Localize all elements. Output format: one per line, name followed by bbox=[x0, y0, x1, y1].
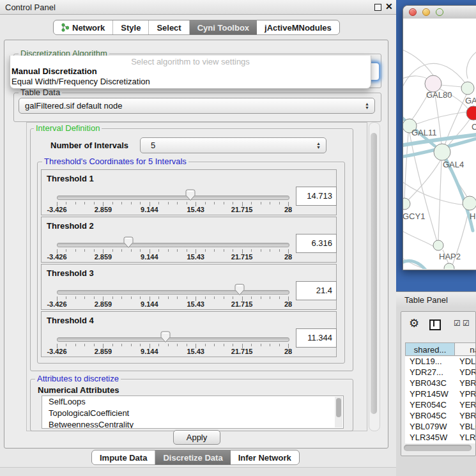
cell-name[interactable]: YDR2 bbox=[454, 367, 476, 378]
number-of-intervals-select[interactable]: 5 ▲▼ bbox=[140, 137, 326, 153]
cell-name[interactable]: YBL0 bbox=[454, 422, 476, 433]
table-row[interactable]: YBR045CYBR0 bbox=[405, 411, 476, 422]
scrollbar-thumb[interactable] bbox=[371, 133, 377, 414]
cell-name[interactable]: YBR0 bbox=[454, 378, 476, 389]
threshold-value-field[interactable]: 14.713 bbox=[296, 187, 337, 206]
minimize-traffic-light-icon[interactable] bbox=[422, 8, 430, 16]
settings-vertical-scrollbar[interactable] bbox=[369, 122, 380, 431]
table-row[interactable]: YPR145WYPR1 bbox=[405, 389, 476, 400]
right-pane: GAL80GACGAL11GAL4GCY1HHAP2 Table Panel ⚙… bbox=[396, 0, 476, 476]
checkbox-checked-icon[interactable]: ☑ bbox=[454, 319, 461, 328]
table-panel-title: Table Panel bbox=[404, 295, 448, 305]
tab-style[interactable]: Style bbox=[113, 20, 149, 35]
tab-impute-data[interactable]: Impute Data bbox=[92, 450, 155, 464]
cell-name[interactable]: YLR3 bbox=[454, 433, 476, 443]
cell-name[interactable]: YER0 bbox=[454, 400, 476, 411]
slider-track[interactable] bbox=[57, 243, 289, 247]
panel-title: Control Panel bbox=[5, 3, 56, 12]
tab-cyni-toolbox[interactable]: Cyni Toolbox bbox=[190, 20, 257, 35]
network-node-hap2[interactable] bbox=[433, 240, 443, 250]
table-row[interactable]: YBR043CYBR0 bbox=[405, 378, 476, 389]
tab-network[interactable]: Network bbox=[54, 20, 113, 35]
network-edge[interactable] bbox=[403, 49, 433, 75]
tab-select[interactable]: Select bbox=[149, 20, 189, 35]
slider-thumb[interactable] bbox=[234, 284, 245, 296]
attribute-item-topologicalcoefficient[interactable]: TopologicalCoefficient bbox=[42, 408, 343, 419]
cell-shared-name[interactable]: YBL079W bbox=[405, 422, 454, 433]
slider-thumb[interactable] bbox=[123, 236, 134, 249]
table-row[interactable]: YBL079WYBL0 bbox=[405, 422, 476, 433]
network-node-h[interactable] bbox=[463, 196, 476, 210]
slider-tick-label: 21.715 bbox=[231, 300, 253, 308]
tab-infer-network[interactable]: Infer Network bbox=[231, 450, 299, 464]
table-data-select[interactable]: galFiltered.sif default node ▲▼ bbox=[19, 98, 375, 114]
slider-tick bbox=[224, 202, 224, 204]
dropdown-item-equal-width-frequency[interactable]: Equal Width/Frequency Discretization bbox=[10, 77, 371, 87]
close-traffic-light-icon[interactable] bbox=[409, 8, 417, 16]
slider-track[interactable] bbox=[57, 290, 289, 295]
attributes-group-title: Attributes to discretize bbox=[35, 374, 121, 383]
network-node-gal4[interactable] bbox=[434, 144, 450, 160]
cell-name[interactable]: YBR0 bbox=[454, 411, 476, 422]
attributes-scrollbar[interactable] bbox=[335, 397, 342, 427]
network-node-gcy1[interactable] bbox=[403, 198, 410, 210]
column-header-shared-name[interactable]: shared... bbox=[405, 342, 455, 356]
threshold-value-field[interactable]: 21.4 bbox=[296, 281, 337, 300]
scrollbar-thumb[interactable] bbox=[336, 398, 341, 417]
network-edge[interactable] bbox=[466, 52, 476, 79]
table-horizontal-scrollbar[interactable] bbox=[404, 445, 472, 451]
network-canvas[interactable]: GAL80GACGAL11GAL4GCY1HHAP2 bbox=[403, 19, 476, 269]
cell-shared-name[interactable]: YBR045C bbox=[405, 411, 454, 422]
table-row[interactable]: YER054CYER0 bbox=[405, 400, 476, 411]
table-row[interactable]: YLR345WYLR3 bbox=[405, 433, 476, 443]
cell-shared-name[interactable]: YER054C bbox=[405, 400, 454, 411]
slider-track[interactable] bbox=[57, 337, 289, 342]
slider-track[interactable] bbox=[57, 196, 289, 200]
checkbox-checked-icon[interactable]: ☑ bbox=[463, 319, 470, 328]
cell-name[interactable]: YPR1 bbox=[454, 389, 476, 400]
cell-shared-name[interactable]: YLR345W bbox=[405, 433, 454, 443]
slider-tick-label: 21.715 bbox=[231, 253, 253, 261]
float-panel-icon[interactable] bbox=[374, 4, 381, 11]
gear-icon[interactable]: ⚙ bbox=[409, 316, 419, 330]
threshold-value-field[interactable]: 11.344 bbox=[296, 328, 337, 348]
network-edge[interactable] bbox=[403, 229, 434, 247]
numerical-attributes-list[interactable]: SelfLoopsTopologicalCoefficientBetweenne… bbox=[42, 395, 344, 429]
slider-thumb[interactable] bbox=[160, 331, 171, 343]
tab-discretize-data[interactable]: Discretize Data bbox=[155, 450, 230, 464]
cell-shared-name[interactable]: YPR145W bbox=[405, 389, 454, 400]
cell-name[interactable]: YDL1 bbox=[454, 357, 476, 367]
close-icon[interactable]: ✕ bbox=[385, 1, 393, 12]
attribute-item-betweennesscentrality[interactable]: BetweennessCentrality bbox=[42, 419, 343, 429]
cell-shared-name[interactable]: YDR27... bbox=[405, 367, 454, 378]
tab-jactivemnodules[interactable]: jActiveMNodules bbox=[257, 20, 339, 35]
threshold-value-field[interactable]: 6.316 bbox=[296, 234, 337, 253]
column-header-name[interactable]: name bbox=[455, 342, 476, 356]
stepper-arrows-icon: ▲▼ bbox=[316, 138, 321, 153]
network-window-titlebar[interactable] bbox=[403, 6, 476, 19]
cell-shared-name[interactable]: YBR043C bbox=[405, 378, 454, 389]
cell-shared-name[interactable]: YDL19... bbox=[405, 357, 454, 367]
dropdown-item-manual-discretization[interactable]: Manual Discretization bbox=[10, 66, 371, 77]
attribute-item-selfloops[interactable]: SelfLoops bbox=[42, 396, 343, 408]
slider-tick-label: 15.43 bbox=[187, 206, 204, 213]
slider-thumb[interactable] bbox=[185, 189, 196, 201]
slider-tick bbox=[270, 296, 270, 299]
table-row[interactable]: YDR27...YDR2 bbox=[405, 367, 476, 378]
split-columns-icon[interactable] bbox=[429, 319, 441, 330]
slider-tick bbox=[261, 249, 261, 252]
slider-tick-label: 21.715 bbox=[231, 206, 253, 213]
table-data-title: Table Data bbox=[19, 88, 62, 97]
tab-label: Cyni Toolbox bbox=[197, 23, 249, 33]
slider-tick bbox=[84, 202, 85, 204]
network-node-ga[interactable] bbox=[461, 82, 474, 95]
tab-label: jActiveMNodules bbox=[265, 23, 332, 33]
slider-tick-label: -3.426 bbox=[47, 253, 66, 261]
table-row[interactable]: YDL19...YDL1 bbox=[405, 357, 476, 367]
apply-button[interactable]: Apply bbox=[173, 430, 220, 445]
network-edge[interactable] bbox=[417, 112, 467, 124]
slider-tick bbox=[94, 344, 95, 346]
zoom-traffic-light-icon[interactable] bbox=[436, 8, 443, 16]
slider-tick-label: -3.426 bbox=[47, 206, 66, 213]
network-edge[interactable] bbox=[440, 85, 462, 87]
